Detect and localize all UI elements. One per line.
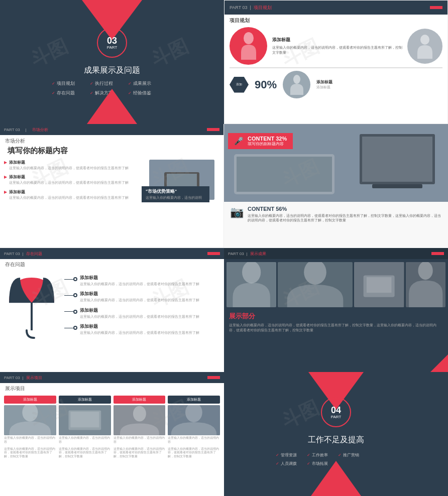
slide-display-items: PART 03 | 展示项目 展示项目 添加标题 这里输入你的概要内容，适当的说… <box>0 372 224 496</box>
corner-accent <box>430 354 448 372</box>
checklist-row1: 管理资源 工作效率 推广营销 <box>276 452 396 458</box>
percent-value: 90% <box>255 78 277 91</box>
card-4-desc: 这里输入你的概要内容，适当的说明内容 <box>168 436 220 444</box>
problem-1-desc: 这里输入你的概要内容，适当的说明内容，使观看者对你的报告主题有所了解 <box>80 282 199 286</box>
card-4-img <box>168 405 220 435</box>
desc-3: 这里输入你的概要内容，适当的说明内容，使观看者对你的报告主题有所了解，控制文字数… <box>114 447 166 459</box>
problem-4-desc: 这里输入你的概要内容，适当的说明内容，使观看者对你的报告主题有所了解 <box>80 331 199 335</box>
content-bar-text: CONTENT 32% 填写你的副标题内容 <box>248 136 287 147</box>
description: 这里输入你的概要内容，适当的说明内容，使观看者对你的报告主题有所了解，控制文字数… <box>272 45 402 55</box>
item-2-label: 添加标题 <box>9 174 129 180</box>
text-block: 添加标题 这里输入你的概要内容，适当的说明内容，使观看者对你的报告主题有所了解，… <box>272 37 402 55</box>
photo-1 <box>227 262 276 307</box>
problem-item-1: 添加标题 这里输入你的概要内容，适当的说明内容，使观看者对你的报告主题有所了解 <box>64 275 220 286</box>
photo-2 <box>278 262 353 307</box>
bottom-text: 展示部分 这里输入你的概要内容，适当的说明内容，使观看者对你的报告主题有所了解，… <box>224 309 448 335</box>
card-1-photo <box>4 405 56 435</box>
check-item-3: 推广营销 <box>338 452 359 458</box>
content-row: 添加标题 这里输入你的概要内容，适当的说明内容，使观看者对你的报告主题有所了解，… <box>225 26 447 66</box>
content2-block: CONTENT 56% 这里输入你的概要内容，适当的说明内容，使观看者对你的报告… <box>248 206 442 222</box>
cards-desc-row: 这里输入你的概要内容，适当的说明内容，使观看者对你的报告主题有所了解，控制文字数… <box>0 446 224 460</box>
quote-desc: 这里输入你的概要内容，适当的说明 <box>146 196 205 200</box>
desc-1: 这里输入你的概要内容，适当的说明内容，使观看者对你的报告主题有所了解，控制文字数… <box>4 447 56 459</box>
bottom-row: 添加 90% 添加标题 添加标题 <box>225 69 447 100</box>
header-separator: | <box>250 5 251 10</box>
problems-list: 添加标题 这里输入你的概要内容，适当的说明内容，使观看者对你的报告主题有所了解 … <box>64 273 220 335</box>
person-circle-1 <box>230 27 267 65</box>
main-title: 填写你的标题内容 <box>0 145 223 158</box>
card-1-img <box>4 405 56 435</box>
svg-rect-29 <box>70 412 99 427</box>
item-1: ▶ 添加标题 这里输入你的概要内容，适当的说明内容，使观看者对你的报告主题有所了… <box>4 160 145 170</box>
card-1-label: 添加标题 <box>4 396 56 404</box>
problem-2-desc: 这里输入你的概要内容，适当的说明内容，使观看者对你的报告主题有所了解 <box>80 298 199 302</box>
check-item-1: 项目规划 <box>52 80 75 87</box>
item-2-desc: 这里输入你的概要内容，适当的说明内容，使观看者对你的报告主题有所了解 <box>9 181 129 185</box>
person-silhouette-2 <box>415 34 435 59</box>
check-item-4: 存在问题 <box>52 90 75 96</box>
header-accent <box>431 252 444 255</box>
part-label: PART <box>331 415 342 419</box>
triangle-bottom-decoration <box>87 89 137 124</box>
content-label: CONTENT 32% <box>248 136 287 142</box>
card-1-desc: 这里输入你的概要内容，适当的说明内容 <box>4 436 56 444</box>
photo-background: 🎤 CONTENT 32% 填写你的副标题内容 <box>224 124 448 202</box>
card-3-desc: 这里输入你的概要内容，适当的说明内容 <box>114 436 166 444</box>
photo-2-placeholder <box>278 262 353 307</box>
connector-2 <box>64 293 77 297</box>
slide-header: PART 03 | 存在问题 <box>0 248 224 259</box>
header-tag: PART 03 <box>4 128 20 132</box>
triangle-bottom-decoration <box>311 461 361 496</box>
mic-icon: 🎤 <box>234 137 244 146</box>
item-3-text: 添加标题 这里输入你的概要内容，适当的说明内容，使观看者对你的报告主题有所了解 <box>9 189 129 200</box>
checklist-row1: 项目规划 执行过程 成果展示 <box>52 80 172 87</box>
camera-icon: 📷 <box>230 206 244 219</box>
slide-part03-intro: 03 PART 成果展示及问题 项目规划 执行过程 成果展示 存在问题 解决方案… <box>0 0 224 124</box>
subtitle: 添加标题 <box>272 37 402 43</box>
header-sep: | <box>23 376 24 380</box>
achieve-desc: 这里输入你的概要内容，适当的说明内容，使观看者对你的报告主题有所了解，控制文字数… <box>229 323 443 333</box>
photo-3-placeholder <box>354 262 404 307</box>
photo-1-placeholder <box>227 262 276 307</box>
slide-header: PART 03 | 项目规划 <box>225 1 447 15</box>
svg-point-24 <box>418 262 432 280</box>
check-item-2: 工作效率 <box>307 452 328 458</box>
item-1-text: 添加标题 这里输入你的概要内容，适当的说明内容，使观看者对你的报告主题有所了解 <box>9 160 129 170</box>
item-3: ▶ 添加标题 这里输入你的概要内容，适当的说明内容，使观看者对你的报告主题有所了… <box>4 189 145 200</box>
person-silhouette-3 <box>289 75 304 95</box>
slide-part04-intro: 04 PART 工作不足及提高 管理资源 工作效率 推广营销 人员调拨 市场拓展 <box>224 372 448 496</box>
card-4: 添加标题 这里输入你的概要内容，适当的说明内容 <box>168 396 220 444</box>
header-accent <box>207 252 220 255</box>
umbrella-svg <box>4 273 59 343</box>
problem-3-desc: 这里输入你的概要内容，适当的说明内容，使观看者对你的报告主题有所了解 <box>80 315 199 319</box>
problem-item-3: 添加标题 这里输入你的概要内容，适当的说明内容，使观看者对你的报告主题有所了解 <box>64 308 220 319</box>
umbrella-illustration <box>4 273 62 345</box>
problem-3-label: 添加标题 <box>80 308 199 314</box>
photo-3 <box>354 262 404 307</box>
problem-3-text: 添加标题 这里输入你的概要内容，适当的说明内容，使观看者对你的报告主题有所了解 <box>80 308 199 319</box>
header-sep: | <box>26 128 27 132</box>
svg-point-0 <box>244 32 254 44</box>
achieve-title: 展示部分 <box>229 312 443 321</box>
card-3: 添加标题 这里输入你的概要内容，适当的说明内容 <box>114 396 166 444</box>
hexagon-shape: 添加 <box>230 77 249 93</box>
card-3-label: 添加标题 <box>114 396 166 404</box>
problem-4-text: 添加标题 这里输入你的概要内容，适当的说明内容，使观看者对你的报告主题有所了解 <box>80 324 199 335</box>
check-item-3: 成果展示 <box>128 80 151 87</box>
problem-2-label: 添加标题 <box>80 291 199 297</box>
connector-1 <box>64 277 77 281</box>
card-2-label: 添加标题 <box>59 396 111 404</box>
small-text: 添加标题 <box>316 85 332 90</box>
check-item-4: 人员调拨 <box>276 461 297 466</box>
person-circle-2 <box>407 29 442 64</box>
problem-item-2: 添加标题 这里输入你的概要内容，适当的说明内容，使观看者对你的报告主题有所了解 <box>64 291 220 302</box>
photos-row <box>224 259 448 309</box>
section-label: 展示项目 <box>26 375 42 381</box>
connector-3 <box>64 310 77 314</box>
item-3-label: 添加标题 <box>9 189 129 195</box>
section-title: 项目规划 <box>225 15 447 26</box>
card-2-img <box>59 405 111 435</box>
slide-title: 成果展示及问题 <box>0 65 224 76</box>
header-label: 项目规划 <box>254 5 272 11</box>
card-2-photo <box>59 405 111 435</box>
